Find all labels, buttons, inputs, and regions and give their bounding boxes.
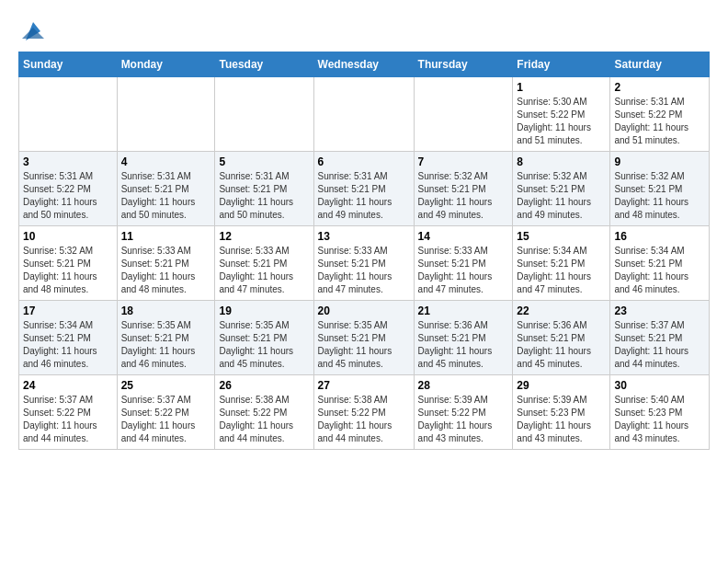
day-info: Sunrise: 5:37 AM Sunset: 5:21 PM Dayligh… xyxy=(614,319,705,371)
calendar-cell: 17Sunrise: 5:34 AM Sunset: 5:21 PM Dayli… xyxy=(19,301,118,375)
day-info: Sunrise: 5:33 AM Sunset: 5:21 PM Dayligh… xyxy=(121,245,211,296)
day-info: Sunrise: 5:36 AM Sunset: 5:21 PM Dayligh… xyxy=(418,319,509,371)
day-number: 10 xyxy=(23,230,113,243)
calendar-cell: 28Sunrise: 5:39 AM Sunset: 5:22 PM Dayli… xyxy=(414,375,513,450)
day-number: 7 xyxy=(418,155,509,168)
calendar-cell: 6Sunrise: 5:31 AM Sunset: 5:21 PM Daylig… xyxy=(313,152,414,226)
day-info: Sunrise: 5:33 AM Sunset: 5:21 PM Dayligh… xyxy=(318,245,410,296)
calendar-cell: 2Sunrise: 5:31 AM Sunset: 5:22 PM Daylig… xyxy=(610,77,710,152)
day-number: 3 xyxy=(23,155,113,168)
calendar-cell xyxy=(19,77,118,152)
calendar-cell: 13Sunrise: 5:33 AM Sunset: 5:21 PM Dayli… xyxy=(313,226,414,301)
day-number: 27 xyxy=(318,379,410,392)
day-info: Sunrise: 5:34 AM Sunset: 5:21 PM Dayligh… xyxy=(614,245,705,296)
calendar-cell: 25Sunrise: 5:37 AM Sunset: 5:22 PM Dayli… xyxy=(117,375,215,450)
day-info: Sunrise: 5:38 AM Sunset: 5:22 PM Dayligh… xyxy=(318,394,410,445)
logo xyxy=(18,18,46,44)
logo-icon xyxy=(20,18,46,44)
calendar-cell: 23Sunrise: 5:37 AM Sunset: 5:21 PM Dayli… xyxy=(610,301,710,375)
day-number: 14 xyxy=(418,230,509,243)
day-number: 20 xyxy=(318,304,410,317)
day-info: Sunrise: 5:33 AM Sunset: 5:21 PM Dayligh… xyxy=(418,245,509,296)
calendar-cell xyxy=(215,77,313,152)
day-number: 28 xyxy=(418,379,509,392)
day-number: 24 xyxy=(23,379,113,392)
day-number: 21 xyxy=(418,304,509,317)
day-number: 16 xyxy=(614,230,705,243)
day-info: Sunrise: 5:40 AM Sunset: 5:23 PM Dayligh… xyxy=(614,394,705,445)
day-number: 11 xyxy=(121,230,211,243)
calendar-table: SundayMondayTuesdayWednesdayThursdayFrid… xyxy=(18,52,710,450)
calendar-cell: 19Sunrise: 5:35 AM Sunset: 5:21 PM Dayli… xyxy=(215,301,313,375)
day-info: Sunrise: 5:35 AM Sunset: 5:21 PM Dayligh… xyxy=(121,319,211,371)
day-number: 13 xyxy=(318,230,410,243)
calendar-cell: 20Sunrise: 5:35 AM Sunset: 5:21 PM Dayli… xyxy=(313,301,414,375)
day-info: Sunrise: 5:38 AM Sunset: 5:22 PM Dayligh… xyxy=(219,394,309,445)
col-header-monday: Monday xyxy=(117,52,215,77)
calendar-cell: 15Sunrise: 5:34 AM Sunset: 5:21 PM Dayli… xyxy=(513,226,610,301)
day-info: Sunrise: 5:31 AM Sunset: 5:21 PM Dayligh… xyxy=(121,170,211,222)
calendar-cell: 1Sunrise: 5:30 AM Sunset: 5:22 PM Daylig… xyxy=(513,77,610,152)
calendar-cell: 11Sunrise: 5:33 AM Sunset: 5:21 PM Dayli… xyxy=(117,226,215,301)
week-row-2: 3Sunrise: 5:31 AM Sunset: 5:22 PM Daylig… xyxy=(19,152,710,226)
day-info: Sunrise: 5:34 AM Sunset: 5:21 PM Dayligh… xyxy=(23,319,113,371)
day-info: Sunrise: 5:35 AM Sunset: 5:21 PM Dayligh… xyxy=(219,319,309,371)
day-number: 12 xyxy=(219,230,309,243)
day-info: Sunrise: 5:37 AM Sunset: 5:22 PM Dayligh… xyxy=(121,394,211,445)
day-number: 4 xyxy=(121,155,211,168)
day-number: 18 xyxy=(121,304,211,317)
day-info: Sunrise: 5:36 AM Sunset: 5:21 PM Dayligh… xyxy=(517,319,606,371)
calendar-cell xyxy=(313,77,414,152)
day-info: Sunrise: 5:39 AM Sunset: 5:23 PM Dayligh… xyxy=(517,394,606,445)
day-info: Sunrise: 5:33 AM Sunset: 5:21 PM Dayligh… xyxy=(219,245,309,296)
day-info: Sunrise: 5:35 AM Sunset: 5:21 PM Dayligh… xyxy=(318,319,410,371)
day-number: 1 xyxy=(517,81,606,94)
calendar-cell: 22Sunrise: 5:36 AM Sunset: 5:21 PM Dayli… xyxy=(513,301,610,375)
day-number: 9 xyxy=(614,155,705,168)
col-header-sunday: Sunday xyxy=(19,52,118,77)
day-number: 5 xyxy=(219,155,309,168)
calendar-cell: 16Sunrise: 5:34 AM Sunset: 5:21 PM Dayli… xyxy=(610,226,710,301)
calendar-cell: 24Sunrise: 5:37 AM Sunset: 5:22 PM Dayli… xyxy=(19,375,118,450)
day-info: Sunrise: 5:30 AM Sunset: 5:22 PM Dayligh… xyxy=(517,96,606,147)
calendar-cell: 18Sunrise: 5:35 AM Sunset: 5:21 PM Dayli… xyxy=(117,301,215,375)
day-number: 2 xyxy=(614,81,705,94)
week-row-1: 1Sunrise: 5:30 AM Sunset: 5:22 PM Daylig… xyxy=(19,77,710,152)
day-number: 6 xyxy=(318,155,410,168)
page-header xyxy=(18,15,710,44)
day-info: Sunrise: 5:39 AM Sunset: 5:22 PM Dayligh… xyxy=(418,394,509,445)
calendar-cell: 5Sunrise: 5:31 AM Sunset: 5:21 PM Daylig… xyxy=(215,152,313,226)
day-info: Sunrise: 5:31 AM Sunset: 5:22 PM Dayligh… xyxy=(614,96,705,147)
calendar-cell: 10Sunrise: 5:32 AM Sunset: 5:21 PM Dayli… xyxy=(19,226,118,301)
calendar-cell xyxy=(414,77,513,152)
col-header-saturday: Saturday xyxy=(610,52,710,77)
week-row-3: 10Sunrise: 5:32 AM Sunset: 5:21 PM Dayli… xyxy=(19,226,710,301)
day-number: 8 xyxy=(517,155,606,168)
day-number: 26 xyxy=(219,379,309,392)
day-info: Sunrise: 5:34 AM Sunset: 5:21 PM Dayligh… xyxy=(517,245,606,296)
col-header-wednesday: Wednesday xyxy=(313,52,414,77)
day-info: Sunrise: 5:37 AM Sunset: 5:22 PM Dayligh… xyxy=(23,394,113,445)
calendar-cell: 27Sunrise: 5:38 AM Sunset: 5:22 PM Dayli… xyxy=(313,375,414,450)
calendar-cell: 30Sunrise: 5:40 AM Sunset: 5:23 PM Dayli… xyxy=(610,375,710,450)
week-row-4: 17Sunrise: 5:34 AM Sunset: 5:21 PM Dayli… xyxy=(19,301,710,375)
header-row: SundayMondayTuesdayWednesdayThursdayFrid… xyxy=(19,52,710,77)
week-row-5: 24Sunrise: 5:37 AM Sunset: 5:22 PM Dayli… xyxy=(19,375,710,450)
calendar-cell: 8Sunrise: 5:32 AM Sunset: 5:21 PM Daylig… xyxy=(513,152,610,226)
calendar-cell xyxy=(117,77,215,152)
day-info: Sunrise: 5:32 AM Sunset: 5:21 PM Dayligh… xyxy=(517,170,606,222)
day-info: Sunrise: 5:31 AM Sunset: 5:21 PM Dayligh… xyxy=(219,170,309,222)
col-header-friday: Friday xyxy=(513,52,610,77)
day-number: 25 xyxy=(121,379,211,392)
calendar-cell: 26Sunrise: 5:38 AM Sunset: 5:22 PM Dayli… xyxy=(215,375,313,450)
day-info: Sunrise: 5:31 AM Sunset: 5:21 PM Dayligh… xyxy=(318,170,410,222)
day-number: 29 xyxy=(517,379,606,392)
col-header-tuesday: Tuesday xyxy=(215,52,313,77)
calendar-cell: 3Sunrise: 5:31 AM Sunset: 5:22 PM Daylig… xyxy=(19,152,118,226)
day-number: 23 xyxy=(614,304,705,317)
day-info: Sunrise: 5:31 AM Sunset: 5:22 PM Dayligh… xyxy=(23,170,113,222)
calendar-cell: 14Sunrise: 5:33 AM Sunset: 5:21 PM Dayli… xyxy=(414,226,513,301)
day-info: Sunrise: 5:32 AM Sunset: 5:21 PM Dayligh… xyxy=(418,170,509,222)
day-number: 22 xyxy=(517,304,606,317)
day-number: 15 xyxy=(517,230,606,243)
